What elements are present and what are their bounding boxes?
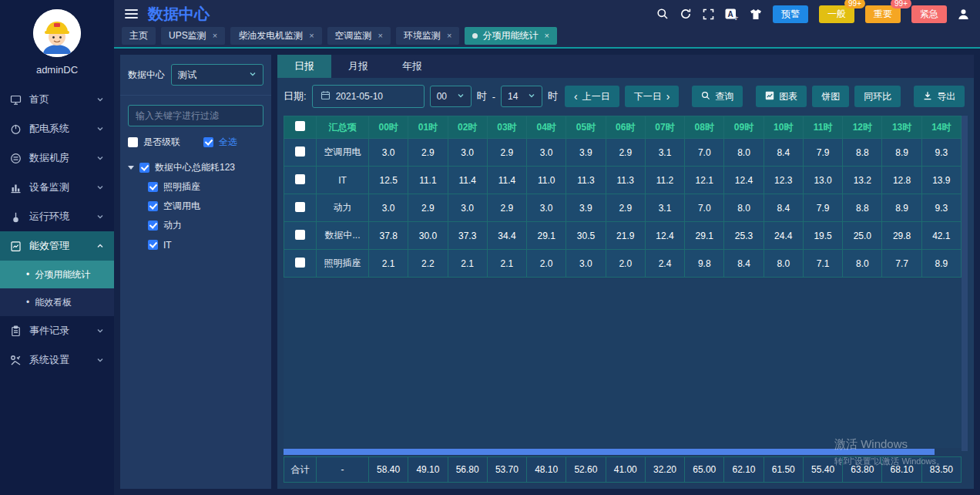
sidebar-subitem[interactable]: •分项用能统计 bbox=[0, 261, 114, 288]
report-body: 日期: 2021-05-10 00 时 - 14 bbox=[277, 78, 974, 489]
horizontal-scrollbar-thumb[interactable] bbox=[284, 449, 935, 455]
nav-tab-label: 空调监测 bbox=[335, 29, 372, 42]
alarm-button[interactable]: 预警 bbox=[773, 5, 808, 23]
avatar[interactable] bbox=[33, 9, 81, 57]
sidebar-item[interactable]: 首页 bbox=[0, 85, 114, 114]
sidebar-item[interactable]: 事件记录 bbox=[0, 316, 114, 345]
cell-value: 2.0 bbox=[606, 250, 645, 278]
nav-tab[interactable]: 主页 bbox=[122, 27, 156, 45]
tree-root[interactable]: 数据中心总能耗123 bbox=[128, 158, 263, 177]
search-icon[interactable] bbox=[656, 8, 669, 20]
cell-value: 29.8 bbox=[882, 222, 921, 250]
bullet-icon: • bbox=[26, 269, 29, 280]
nav-tab[interactable]: 空调监测× bbox=[327, 27, 391, 45]
tree-checkbox[interactable] bbox=[148, 201, 158, 211]
row-checkbox[interactable] bbox=[295, 258, 305, 268]
hour-start-select[interactable]: 00 bbox=[430, 86, 472, 107]
nav-tab[interactable]: 分项用能统计× bbox=[465, 27, 556, 45]
user-icon[interactable] bbox=[958, 8, 969, 20]
theme-icon[interactable] bbox=[750, 8, 762, 20]
download-icon bbox=[923, 91, 932, 103]
row-checkbox[interactable] bbox=[295, 146, 305, 157]
fullscreen-icon[interactable] bbox=[703, 8, 714, 20]
menu-toggle-icon[interactable] bbox=[125, 9, 138, 19]
cell-value: 3.9 bbox=[566, 194, 606, 222]
tree-node[interactable]: IT bbox=[128, 235, 263, 254]
nav-tab[interactable]: 柴油发电机监测× bbox=[230, 27, 321, 45]
sidebar-item[interactable]: 配电系统 bbox=[0, 114, 114, 143]
nav-tab[interactable]: UPS监测× bbox=[161, 27, 225, 45]
alarm-badge: 99+ bbox=[891, 0, 911, 8]
hour-end-select[interactable]: 14 bbox=[501, 86, 542, 107]
translate-icon[interactable]: A文 bbox=[725, 8, 739, 20]
sidebar-item[interactable]: 运行环境 bbox=[0, 202, 114, 231]
report-tab[interactable]: 月报 bbox=[331, 55, 385, 78]
close-icon[interactable]: × bbox=[378, 31, 383, 40]
chevron-down-icon bbox=[96, 154, 104, 162]
toolbar-button[interactable]: 同环比 bbox=[854, 86, 901, 107]
tools-icon bbox=[10, 355, 22, 366]
cell-value: 8.4 bbox=[724, 250, 764, 278]
cell-value: 30.5 bbox=[566, 222, 606, 250]
tree-node[interactable]: 照明插座 bbox=[128, 177, 263, 197]
row-checkbox-cell bbox=[284, 167, 317, 194]
tree-checkbox[interactable] bbox=[148, 182, 158, 192]
nav-tab[interactable]: 环境监测× bbox=[396, 27, 459, 45]
toolbar-button[interactable]: 下一日› bbox=[625, 86, 680, 107]
alarm-button[interactable]: 一般99+ bbox=[819, 5, 854, 23]
alarm-button-label: 一般 bbox=[827, 8, 846, 19]
content: 数据中心 测试 是否级联 全选 数据中心总能耗123照明插座空调用电动力IT bbox=[114, 49, 980, 495]
toolbar-button[interactable]: 图表 bbox=[756, 86, 807, 107]
cell-value: 3.1 bbox=[645, 194, 684, 222]
chart-icon bbox=[765, 91, 774, 103]
row-checkbox[interactable] bbox=[295, 174, 305, 184]
tree-node[interactable]: 空调用电 bbox=[128, 197, 263, 216]
select-all-rows-checkbox[interactable] bbox=[295, 121, 305, 131]
cell-value: 8.0 bbox=[843, 250, 882, 278]
row-checkbox[interactable] bbox=[295, 202, 305, 212]
refresh-icon[interactable] bbox=[680, 8, 692, 20]
table-row: 动力3.02.93.02.93.03.92.93.17.08.08.47.98.… bbox=[284, 194, 962, 222]
alarm-button[interactable]: 重要99+ bbox=[865, 5, 901, 23]
cascade-checkbox[interactable] bbox=[128, 137, 138, 147]
toolbar-button[interactable]: ‹上一日 bbox=[565, 86, 619, 107]
column-header: 01时 bbox=[408, 116, 448, 139]
report-tab[interactable]: 日报 bbox=[277, 55, 331, 78]
select-all-checkbox[interactable] bbox=[203, 137, 213, 147]
report-tab[interactable]: 年报 bbox=[385, 55, 439, 78]
tree-node[interactable]: 动力 bbox=[128, 216, 263, 235]
sidebar-item[interactable]: 设备监测 bbox=[0, 173, 114, 202]
table-header-row: 汇总项00时01时02时03时04时05时06时07时08时09时10时11时1… bbox=[284, 116, 962, 139]
cell-value: 11.3 bbox=[566, 167, 606, 194]
tree-checkbox[interactable] bbox=[148, 221, 158, 231]
cell-value: 8.4 bbox=[764, 139, 803, 167]
sidebar-item[interactable]: 数据机房 bbox=[0, 143, 114, 173]
close-icon[interactable]: × bbox=[544, 31, 549, 40]
vertical-scrollbar[interactable] bbox=[962, 116, 968, 451]
sidebar: adminDC 首页配电系统数据机房设备监测运行环境能效管理•分项用能统计•能效… bbox=[0, 0, 114, 495]
sidebar-item[interactable]: 能效管理 bbox=[0, 231, 114, 261]
tree-filter-input[interactable] bbox=[128, 105, 263, 126]
datacenter-select[interactable]: 测试 bbox=[171, 64, 263, 86]
sidebar-subitem[interactable]: •能效看板 bbox=[0, 288, 114, 316]
horizontal-scrollbar[interactable] bbox=[284, 449, 962, 455]
toolbar-button[interactable]: 饼图 bbox=[812, 86, 849, 107]
caret-down-icon[interactable] bbox=[128, 166, 134, 170]
toolbar-button[interactable]: 导出 bbox=[914, 86, 965, 107]
tree-checkbox[interactable] bbox=[148, 240, 158, 250]
datacenter-row: 数据中心 测试 bbox=[128, 64, 263, 86]
toolbar-button[interactable]: 查询 bbox=[692, 86, 743, 107]
cell-value: 3.1 bbox=[645, 139, 684, 167]
close-icon[interactable]: × bbox=[213, 31, 217, 40]
alarm-button[interactable]: 紧急 bbox=[911, 5, 947, 23]
row-checkbox[interactable] bbox=[295, 230, 305, 240]
close-icon[interactable]: × bbox=[309, 31, 314, 40]
tree-checkbox[interactable] bbox=[139, 163, 149, 173]
date-picker[interactable]: 2021-05-10 bbox=[312, 85, 425, 108]
sidebar-item[interactable]: 系统设置 bbox=[0, 345, 114, 375]
sidebar-item-label: 能效管理 bbox=[29, 239, 69, 253]
close-icon[interactable]: × bbox=[447, 31, 451, 40]
chevron-down-icon bbox=[96, 356, 104, 364]
hour-unit-label: 时 bbox=[477, 89, 487, 103]
cell-value: 7.9 bbox=[803, 194, 842, 222]
